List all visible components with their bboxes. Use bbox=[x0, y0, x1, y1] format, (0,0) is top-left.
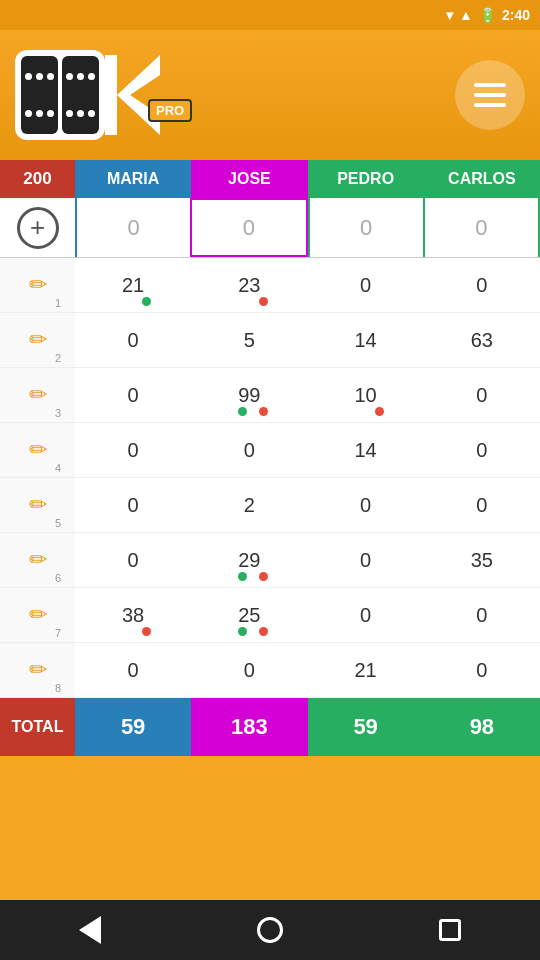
svg-marker-1 bbox=[117, 55, 160, 135]
table-row: ✏7382500 bbox=[0, 588, 540, 643]
row-icon-cell[interactable]: ✏7 bbox=[0, 588, 75, 642]
row-number: 7 bbox=[55, 627, 61, 639]
pedro-cell: 0 bbox=[308, 533, 424, 587]
total-jose: 183 bbox=[191, 698, 307, 756]
green-indicator bbox=[238, 627, 247, 636]
jose-cell: 5 bbox=[191, 313, 307, 367]
jose-cell: 29 bbox=[191, 533, 307, 587]
pedro-score-input[interactable]: 0 bbox=[308, 198, 423, 257]
red-indicator bbox=[259, 407, 268, 416]
row-icon-cell[interactable]: ✏4 bbox=[0, 423, 75, 477]
dot bbox=[66, 110, 73, 117]
table-row: ✏2051463 bbox=[0, 313, 540, 368]
pedro-cell: 14 bbox=[308, 423, 424, 477]
k-letter-icon bbox=[105, 55, 160, 135]
carlos-cell: 0 bbox=[424, 258, 540, 312]
green-indicator bbox=[238, 407, 247, 416]
row-number: 6 bbox=[55, 572, 61, 584]
red-indicator bbox=[259, 297, 268, 306]
dice-top-right bbox=[62, 56, 99, 134]
back-icon bbox=[79, 916, 101, 944]
pedro-cell: 0 bbox=[308, 258, 424, 312]
menu-line bbox=[474, 103, 506, 107]
edit-icon: ✏ bbox=[29, 437, 47, 463]
add-score-button[interactable]: + bbox=[17, 207, 59, 249]
signal-icon: ▲ bbox=[459, 7, 473, 23]
carlos-score-input[interactable]: 0 bbox=[423, 198, 540, 257]
maria-cell: 0 bbox=[75, 313, 191, 367]
carlos-column-header: CARLOS bbox=[424, 160, 540, 198]
menu-line bbox=[474, 93, 506, 97]
maria-cell: 0 bbox=[75, 643, 191, 697]
svg-rect-0 bbox=[105, 55, 117, 135]
dot bbox=[88, 73, 95, 80]
pedro-cell: 0 bbox=[308, 478, 424, 532]
maria-cell: 0 bbox=[75, 368, 191, 422]
table-row: ✏1212300 bbox=[0, 258, 540, 313]
dice-top-left bbox=[21, 56, 58, 134]
maria-cell: 0 bbox=[75, 423, 191, 477]
square-button[interactable] bbox=[425, 910, 475, 950]
edit-icon: ✏ bbox=[29, 382, 47, 408]
row-icon-cell[interactable]: ✏2 bbox=[0, 313, 75, 367]
row-number: 4 bbox=[55, 462, 61, 474]
table-row: ✏6029035 bbox=[0, 533, 540, 588]
edit-icon: ✏ bbox=[29, 327, 47, 353]
column-headers: 200 MARIA JOSE PEDRO CARLOS bbox=[0, 160, 540, 198]
table-row: ✏50200 bbox=[0, 478, 540, 533]
nav-bar bbox=[0, 900, 540, 960]
row-number: 2 bbox=[55, 352, 61, 364]
row-number: 1 bbox=[55, 297, 61, 309]
maria-cell: 21 bbox=[75, 258, 191, 312]
carlos-cell: 35 bbox=[424, 533, 540, 587]
jose-cell: 0 bbox=[191, 643, 307, 697]
maria-cell: 0 bbox=[75, 533, 191, 587]
row-icon-cell[interactable]: ✏6 bbox=[0, 533, 75, 587]
time: 2:40 bbox=[502, 7, 530, 23]
edit-icon: ✏ bbox=[29, 492, 47, 518]
row-icon-cell[interactable]: ✏1 bbox=[0, 258, 75, 312]
row-icon-cell[interactable]: ✏8 bbox=[0, 643, 75, 697]
home-button[interactable] bbox=[245, 910, 295, 950]
jose-column-header: JOSE bbox=[191, 160, 307, 198]
row-icon-cell[interactable]: ✏5 bbox=[0, 478, 75, 532]
jose-score-input[interactable]: 0 bbox=[190, 198, 307, 257]
green-indicator bbox=[142, 297, 151, 306]
pedro-cell: 10 bbox=[308, 368, 424, 422]
jose-cell: 25 bbox=[191, 588, 307, 642]
total-maria: 59 bbox=[75, 698, 191, 756]
wifi-icon: ▾ bbox=[446, 7, 453, 23]
status-bar: ▾ ▲ 🔋 2:40 bbox=[0, 0, 540, 30]
dot bbox=[66, 73, 73, 80]
dot bbox=[47, 73, 54, 80]
pedro-cell: 14 bbox=[308, 313, 424, 367]
jose-cell: 99 bbox=[191, 368, 307, 422]
dice-logo bbox=[15, 50, 105, 140]
square-icon bbox=[439, 919, 461, 941]
table-row: ✏800210 bbox=[0, 643, 540, 698]
pedro-cell: 0 bbox=[308, 588, 424, 642]
back-button[interactable] bbox=[65, 910, 115, 950]
jose-cell: 23 bbox=[191, 258, 307, 312]
data-rows: ✏1212300✏2051463✏3099100✏400140✏50200✏60… bbox=[0, 258, 540, 698]
dot bbox=[77, 73, 84, 80]
carlos-cell: 0 bbox=[424, 423, 540, 477]
red-indicator bbox=[375, 407, 384, 416]
red-indicator bbox=[259, 627, 268, 636]
pedro-cell: 21 bbox=[308, 643, 424, 697]
score-input-row: + 0 0 0 0 bbox=[0, 198, 540, 258]
jose-cell: 0 bbox=[191, 423, 307, 477]
maria-score-input[interactable]: 0 bbox=[75, 198, 190, 257]
dot bbox=[36, 110, 43, 117]
add-button-cell: + bbox=[0, 198, 75, 257]
edit-icon: ✏ bbox=[29, 272, 47, 298]
maria-column-header: MARIA bbox=[75, 160, 191, 198]
total-carlos: 98 bbox=[424, 698, 540, 756]
edit-icon: ✏ bbox=[29, 602, 47, 628]
logo-area: PRO bbox=[15, 50, 192, 140]
menu-button[interactable] bbox=[455, 60, 525, 130]
row-number: 8 bbox=[55, 682, 61, 694]
table-row: ✏400140 bbox=[0, 423, 540, 478]
dot bbox=[25, 73, 32, 80]
row-icon-cell[interactable]: ✏3 bbox=[0, 368, 75, 422]
